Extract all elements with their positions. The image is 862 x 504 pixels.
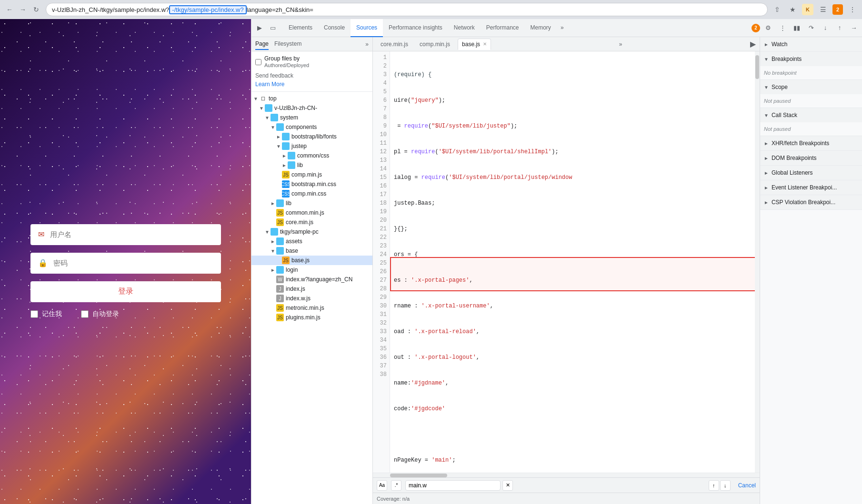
tab-elements[interactable]: Elements <box>283 19 318 37</box>
username-input[interactable] <box>50 230 213 238</box>
global-header[interactable]: ► Global Listeners <box>760 166 862 180</box>
tree-item-bootstrap-css[interactable]: ▶ CSS bootstrap.min.css <box>251 179 372 189</box>
auto-login-checkbox[interactable] <box>81 310 89 318</box>
csp-header[interactable]: ► CSP Violation Breakpoi... <box>760 195 862 209</box>
group-files-label[interactable]: Group files by Authored/Deployed <box>255 55 309 69</box>
tree-item-tkgy[interactable]: ▼ tkgy/sample-pc <box>251 227 372 237</box>
share-button[interactable]: ⇧ <box>772 4 783 15</box>
h-scrollbar-thumb[interactable] <box>390 474 447 477</box>
tab-page[interactable]: Page <box>255 39 269 50</box>
tree-item-lib-justep[interactable]: ► lib <box>251 160 372 170</box>
breakpoints-header[interactable]: ▼ Breakpoints <box>760 52 862 66</box>
editor-tab-comp[interactable]: comp.min.js <box>416 39 454 49</box>
tab-more-button[interactable]: » <box>557 19 568 37</box>
tab-close-icon[interactable]: ✕ <box>483 41 487 47</box>
next-match-button[interactable]: ↓ <box>720 480 731 491</box>
xhr-header[interactable]: ► XHR/fetch Breakpoints <box>760 136 862 150</box>
tab-performance[interactable]: Performance <box>481 19 525 37</box>
feedback-link[interactable]: Send feedback <box>255 72 369 79</box>
code-area[interactable]: 1 2 3 4 5 6 7 8 9 10 11 12 13 14 <box>373 51 760 473</box>
device-toolbar-button[interactable]: ▭ <box>267 22 279 34</box>
tree-item-lib-system[interactable]: ► lib <box>251 198 372 208</box>
tree-item-base-js[interactable]: ▶ JS base.js <box>251 256 372 265</box>
case-sensitive-button[interactable]: Aa <box>377 480 387 491</box>
chevron-right-icon: ► <box>764 200 769 205</box>
reload-button[interactable]: ↻ <box>30 4 42 15</box>
tree-item-index-html[interactable]: ▶ W index.w?language=zh_CN <box>251 275 372 284</box>
code-line-13: name:'#jgdname', <box>394 379 756 387</box>
format-button[interactable]: ▶ <box>750 40 756 49</box>
tree-item-system[interactable]: ▼ system <box>251 113 372 122</box>
tree-item-index-wjs[interactable]: ▶ J index.w.js <box>251 294 372 303</box>
tree-item-plugins[interactable]: ▶ JS plugins.min.js <box>251 313 372 322</box>
dom-header[interactable]: ► DOM Breakpoints <box>760 151 862 165</box>
folder-icon <box>288 161 295 169</box>
step-into-button[interactable]: ↓ <box>819 22 832 34</box>
editor-tab-more[interactable]: » <box>619 41 622 48</box>
forward-button[interactable]: → <box>17 4 29 15</box>
notifications-button[interactable]: 2 <box>832 4 843 15</box>
search-input[interactable] <box>405 480 501 491</box>
tree-item-metronic[interactable]: ▶ JS metronic.min.js <box>251 303 372 313</box>
tree-item-comp-min-js[interactable]: ▶ JS comp.min.js <box>251 170 372 179</box>
prev-match-button[interactable]: ↑ <box>709 480 719 491</box>
tab-memory[interactable]: Memory <box>525 19 557 37</box>
login-button[interactable]: 登录 <box>30 281 221 302</box>
event-header[interactable]: ► Event Listener Breakpoi... <box>760 180 862 195</box>
learn-more-link[interactable]: Learn More <box>255 81 284 88</box>
line-num-27: 27 <box>373 276 390 285</box>
tab-console[interactable]: Console <box>318 19 351 37</box>
editor-tab-core[interactable]: core.min.js <box>377 39 412 49</box>
scrollbar-thumb[interactable] <box>755 55 759 79</box>
code-content[interactable]: (require) { uire("jquery"); = require("$… <box>390 51 760 473</box>
cancel-search-button[interactable]: Cancel <box>738 482 756 489</box>
bookmark-button[interactable]: ★ <box>787 4 798 15</box>
extension-icon[interactable]: K <box>802 4 813 15</box>
tree-item-components[interactable]: ▼ components <box>251 122 372 132</box>
password-input[interactable] <box>53 259 213 267</box>
regex-button[interactable]: .* <box>391 480 401 491</box>
menu-button[interactable]: ⋮ <box>847 4 858 15</box>
auto-login-label[interactable]: 自动登录 <box>81 310 119 318</box>
back-button[interactable]: ← <box>4 4 15 15</box>
tree-item-top[interactable]: ▼ ☐ top <box>251 94 372 103</box>
tree-item-index-js[interactable]: ▶ J index.js <box>251 284 372 294</box>
step-button[interactable]: → <box>848 22 860 34</box>
tree-item-v-uzlbjn[interactable]: ▼ v-UzlBJn-zh-CN- <box>251 103 372 113</box>
step-out-button[interactable]: ↑ <box>833 22 846 34</box>
group-files-checkbox[interactable] <box>255 59 261 65</box>
settings-button[interactable]: ⚙ <box>762 22 774 34</box>
window-icon: ☐ <box>259 95 267 102</box>
tree-item-login[interactable]: ► login <box>251 265 372 275</box>
watch-header[interactable]: ► Watch <box>760 37 862 51</box>
pause-button[interactable]: ▮▮ <box>791 22 803 34</box>
call-stack-header[interactable]: ▼ Call Stack <box>760 108 862 122</box>
inspect-element-button[interactable]: ▶ <box>253 22 266 34</box>
tree-item-base[interactable]: ▼ base <box>251 246 372 256</box>
clear-search-button[interactable]: ✕ <box>502 480 513 491</box>
horizontal-scrollbar[interactable] <box>373 473 760 477</box>
tree-item-bootstrap-fonts[interactable]: ► bootstrap/lib/fonts <box>251 132 372 141</box>
devtools-main: Page Filesystem » Group files by Authore… <box>251 37 862 504</box>
more-devtools-button[interactable]: ⋮ <box>776 22 789 34</box>
tree-item-justep[interactable]: ▼ justep <box>251 141 372 151</box>
tab-network[interactable]: Network <box>448 19 481 37</box>
scope-header[interactable]: ▼ Scope <box>760 80 862 94</box>
tab-sources-more[interactable]: » <box>365 41 369 48</box>
tab-sources[interactable]: Sources <box>351 19 383 37</box>
tree-item-common-css[interactable]: ► common/css <box>251 151 372 160</box>
tree-item-comp-css[interactable]: ▶ CSS comp.min.css <box>251 189 372 198</box>
remember-me-text: 记住我 <box>42 310 62 318</box>
scrollbar-track[interactable] <box>755 51 760 473</box>
remember-me-label[interactable]: 记住我 <box>30 310 62 318</box>
tree-item-assets[interactable]: ► assets <box>251 237 372 246</box>
editor-tab-base[interactable]: base.js ✕ <box>458 39 491 50</box>
extensions-button[interactable]: ☰ <box>817 4 829 15</box>
remember-me-checkbox[interactable] <box>30 310 38 318</box>
address-bar[interactable]: v-UzlBJn-zh_CN-/tkgy/sample-pc/index.w? … <box>46 3 768 16</box>
tab-performance-insights[interactable]: Performance insights <box>383 19 448 37</box>
tree-item-core-min-js[interactable]: ▶ JS core.min.js <box>251 217 372 227</box>
tab-filesystem[interactable]: Filesystem <box>274 39 301 50</box>
step-over-button[interactable]: ↷ <box>805 22 817 34</box>
tree-item-common-min-js[interactable]: ▶ JS common.min.js <box>251 208 372 217</box>
